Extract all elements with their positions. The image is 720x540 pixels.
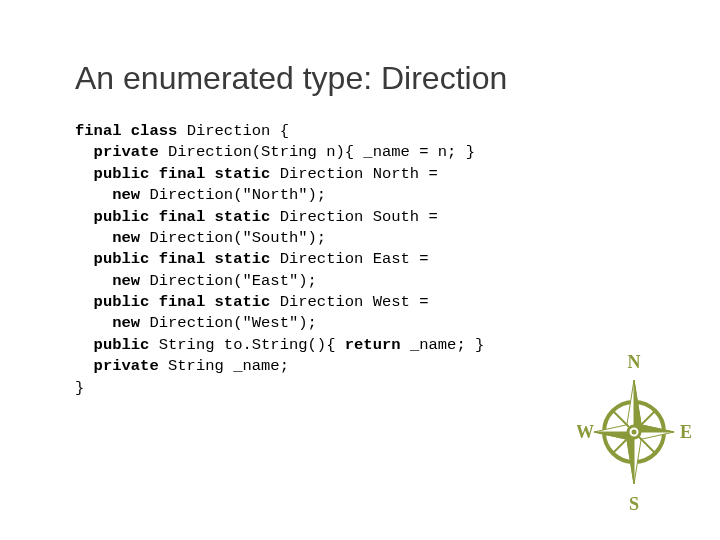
code-text: _name; } (410, 336, 484, 354)
code-kw: private (75, 143, 168, 161)
code-kw: new (75, 314, 149, 332)
code-text: Direction North = (280, 165, 438, 183)
svg-marker-6 (627, 432, 634, 484)
code-kw: public final static (75, 293, 280, 311)
code-text: Direction("South"); (149, 229, 326, 247)
code-text: Direction("West"); (149, 314, 316, 332)
compass-s: S (629, 494, 639, 512)
code-text: Direction("North"); (149, 186, 326, 204)
code-text: String to.String(){ (159, 336, 345, 354)
code-kw: return (345, 336, 410, 354)
code-kw: new (75, 186, 149, 204)
code-kw: public final static (75, 250, 280, 268)
code-kw: new (75, 229, 149, 247)
code-text: Direction East = (280, 250, 429, 268)
code-text: Direction(String n){ _name = n; } (168, 143, 475, 161)
slide: An enumerated type: Direction final clas… (0, 0, 720, 540)
compass-w: W (577, 422, 594, 442)
svg-point-12 (632, 430, 637, 435)
code-kw: public final static (75, 208, 280, 226)
code-text: String _name; (168, 357, 289, 375)
code-kw: new (75, 272, 149, 290)
slide-title: An enumerated type: Direction (75, 60, 645, 97)
code-text: Direction South = (280, 208, 438, 226)
code-block: final class Direction { private Directio… (75, 121, 645, 399)
code-text: Direction("East"); (149, 272, 316, 290)
compass-n: N (628, 352, 641, 372)
code-kw: final class (75, 122, 187, 140)
code-kw: public final static (75, 165, 280, 183)
compass-icon: N S W E (577, 352, 692, 512)
code-kw: public (75, 336, 159, 354)
compass-e: E (680, 422, 692, 442)
code-kw: private (75, 357, 168, 375)
code-text: } (75, 379, 84, 397)
code-text: Direction West = (280, 293, 429, 311)
svg-marker-4 (634, 380, 641, 432)
code-text: Direction { (187, 122, 289, 140)
